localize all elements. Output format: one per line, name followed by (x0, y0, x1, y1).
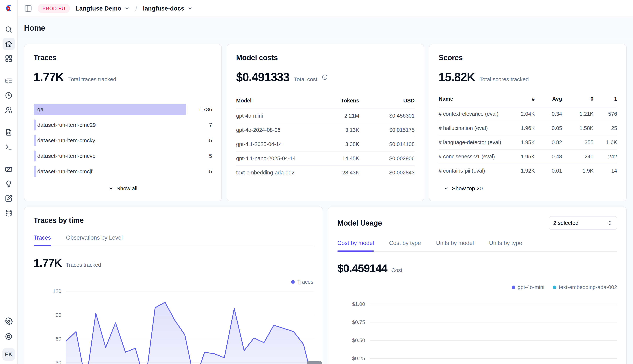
show-top-20-button[interactable]: Show top 20 (439, 185, 617, 192)
score-cell: 242 (593, 154, 617, 160)
score-row[interactable]: # contains-pii (eval)1.92K0.011.9K14 (439, 164, 617, 178)
score-cell: 1.95K (507, 139, 535, 146)
sidebar-item-datasets[interactable] (3, 207, 15, 219)
tab-observations-by-level[interactable]: Observations by Level (66, 234, 123, 246)
score-row[interactable]: # hallucination (eval)1.96K0.051.58K25 (439, 121, 617, 136)
model-usage-tabs: Cost by modelCost by typeUnits by modelU… (337, 240, 617, 252)
tab-cost-by-model[interactable]: Cost by model (337, 240, 374, 251)
score-column-header: Avg (535, 96, 562, 102)
model-cost-row[interactable]: gpt-4.1-2025-04-143.38K$0.014108 (236, 137, 415, 152)
home-icon (5, 40, 13, 48)
score-cell: 2.04K (507, 111, 535, 117)
model-cost-cell: gpt-4.1-2025-04-14 (236, 141, 300, 147)
horizontal-scrollbar-thumb[interactable] (307, 361, 322, 364)
dashboard-content: Traces 1.77K Total traces tracked qa 1,7… (18, 39, 633, 364)
sidebar-item-insights[interactable] (3, 178, 15, 190)
model-cost-cell: $0.002843 (359, 170, 415, 176)
model-cost-row[interactable]: text-embedding-ada-00228.43K$0.002843 (236, 166, 415, 180)
y-axis-tick-label: $0.75 (352, 319, 365, 325)
score-column-header: 0 (562, 96, 593, 102)
model-cost-cell: 28.43K (300, 170, 359, 176)
score-cell: 1.58K (562, 125, 593, 131)
playground-icon (5, 143, 13, 151)
model-costs-table: ModelTokensUSDgpt-4o-mini2.21M$0.456301g… (236, 98, 415, 180)
insights-icon (5, 180, 13, 188)
traces-tracked-value: 1.77K (34, 256, 62, 269)
legend-item[interactable]: text-embedding-ada-002 (553, 284, 617, 290)
score-cell: 576 (593, 111, 617, 117)
model-cost-row[interactable]: gpt-4o-mini2.21M$0.456301 (236, 109, 415, 123)
model-cost-cell: $0.015175 (359, 127, 415, 133)
model-cost-cell: $0.456301 (359, 113, 415, 119)
annotation-icon (5, 194, 13, 202)
sidebar-footer: FK (3, 312, 15, 364)
trace-bar (34, 135, 36, 146)
legend-item[interactable]: gpt-4o-mini (512, 284, 544, 290)
sidebar-item-annotation[interactable] (3, 192, 15, 204)
score-row[interactable]: # conciseness-v1 (eval)1.95K0.48240242 (439, 150, 617, 164)
sidebar-item-support[interactable] (3, 330, 15, 342)
chevron-down-icon (108, 186, 114, 191)
sidebar-item-dashboards[interactable] (3, 52, 15, 64)
score-cell: 0.34 (535, 111, 562, 117)
sidebar-item-tracing[interactable] (3, 75, 15, 87)
avatar[interactable]: FK (3, 348, 15, 361)
sidebar-item-evaluation[interactable] (3, 163, 15, 175)
sidebar-item-prompts[interactable] (3, 126, 15, 138)
project-switcher[interactable]: langfuse-docs (143, 5, 193, 12)
model-cost-row[interactable]: gpt-4o-2024-08-063.13K$0.015175 (236, 123, 415, 137)
sidebar-item-users[interactable] (3, 104, 15, 116)
sidebar-item-playground[interactable] (3, 141, 15, 153)
sidebar-item-sessions[interactable] (3, 89, 15, 102)
trace-bar-row[interactable]: dataset-run-item-cmcky 5 (34, 135, 212, 146)
legend-dot-icon (512, 286, 515, 289)
tab-units-by-type[interactable]: Units by type (489, 240, 522, 251)
model-selector-value: 2 selected (553, 220, 578, 226)
sidebar-toggle-button[interactable] (24, 4, 32, 12)
score-column-header: Name (439, 96, 507, 102)
score-cell: 355 (562, 139, 593, 146)
cost-label: Cost (391, 267, 402, 273)
gridline (370, 340, 617, 340)
org-name: Langfuse Demo (76, 5, 121, 12)
traces-by-time-card: Traces by time TracesObservations by Lev… (24, 206, 323, 364)
trace-bar-row[interactable]: qa 1,736 (34, 104, 212, 115)
trace-bar-row[interactable]: dataset-run-item-cmcvp 5 (34, 150, 212, 162)
trace-bar-row[interactable]: dataset-run-item-cmcjf 5 (34, 166, 212, 177)
org-switcher[interactable]: Langfuse Demo (76, 5, 130, 12)
trace-count: 1,736 (198, 106, 212, 112)
score-row[interactable]: # language-detector (eval)1.95K0.823551.… (439, 136, 617, 150)
y-axis-tick-label: $0.50 (352, 338, 365, 343)
chevron-down-icon (124, 6, 130, 11)
model-cost-row[interactable]: gpt-4.1-nano-2025-04-1414.45K$0.002906 (236, 152, 415, 166)
tab-units-by-model[interactable]: Units by model (436, 240, 474, 251)
score-cell: 0.48 (535, 154, 562, 160)
model-selector-dropdown[interactable]: 2 selected (549, 216, 617, 230)
score-cell: 0.05 (535, 125, 562, 131)
sidebar-item-home[interactable] (3, 38, 15, 50)
score-cell: 14 (593, 168, 617, 174)
score-cell: 1.21K (562, 111, 593, 117)
info-icon[interactable] (322, 74, 328, 80)
trace-count: 5 (209, 153, 212, 159)
score-cell: # contextrelevance (eval) (439, 111, 507, 117)
sidebar-item-search[interactable] (3, 23, 15, 36)
score-row[interactable]: # contextrelevance (eval)2.04K0.341.21K5… (439, 107, 617, 121)
app-root: FK PROD-EU Langfuse Demo / langfuse-docs… (0, 0, 633, 364)
score-column-header: # (507, 96, 535, 102)
scores-title: Scores (439, 54, 617, 62)
traces-by-time-title: Traces by time (34, 216, 84, 224)
trace-count: 5 (209, 137, 212, 144)
trace-bar-row[interactable]: dataset-run-item-cmc29 7 (34, 120, 212, 130)
page-title: Home (24, 24, 45, 32)
total-cost-label: Total cost (294, 76, 317, 82)
tab-cost-by-type[interactable]: Cost by type (389, 240, 421, 251)
panel-left-icon (24, 4, 32, 12)
legend-item[interactable]: Traces (291, 279, 313, 285)
tab-traces[interactable]: Traces (34, 234, 51, 246)
show-all-button[interactable]: Show all (34, 185, 212, 192)
sidebar-item-settings[interactable] (3, 315, 15, 328)
model-cost-column-header: Model (236, 98, 300, 104)
y-axis-tick-label: 120 (53, 288, 61, 294)
langfuse-logo-icon[interactable] (3, 2, 15, 14)
